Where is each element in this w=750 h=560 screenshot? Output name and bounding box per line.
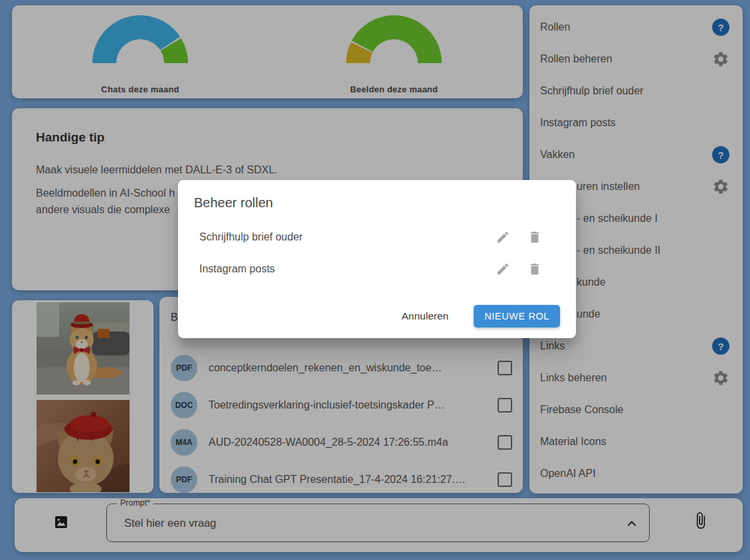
new-role-button[interactable]: NIEUWE ROL — [474, 305, 560, 327]
manage-roles-dialog: Beheer rollen Schrijfhulp brief ouder In… — [178, 180, 576, 338]
dialog-title: Beheer rollen — [194, 195, 273, 211]
role-row: Schrijfhulp brief ouder — [199, 229, 542, 245]
cancel-button[interactable]: Annuleren — [397, 310, 452, 323]
role-name: Schrijfhulp brief ouder — [199, 231, 303, 243]
role-name: Instagram posts — [199, 263, 275, 275]
role-row: Instagram posts — [199, 261, 542, 277]
delete-icon[interactable] — [527, 262, 542, 276]
dialog-footer: Annuleren NIEUWE ROL — [397, 300, 560, 333]
app-root: Chats deze maand Beelden deze maand Hand… — [0, 0, 750, 560]
edit-icon[interactable] — [496, 230, 510, 244]
delete-icon[interactable] — [527, 230, 542, 244]
edit-icon[interactable] — [496, 262, 510, 276]
